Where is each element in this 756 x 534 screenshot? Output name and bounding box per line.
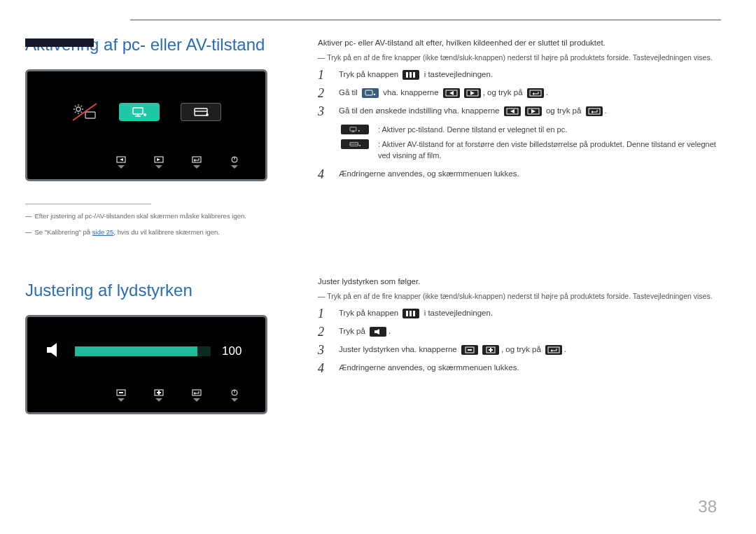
left-arrow-icon	[443, 88, 460, 98]
osd-right-icon	[153, 155, 164, 169]
svg-rect-61	[410, 311, 412, 316]
s1-intro2: ― Tryk på en af de fire knapper (ikke tæ…	[318, 52, 721, 63]
svg-rect-25	[365, 90, 372, 95]
s1-step1: Tryk på knappen i tastevejledningen.	[339, 69, 493, 80]
step-number: 2	[318, 87, 329, 99]
osd-plus-icon	[153, 388, 164, 402]
svg-rect-37	[589, 108, 600, 114]
svg-marker-70	[551, 349, 553, 352]
header-accent-bar	[25, 38, 94, 47]
av-mode-icon	[341, 139, 369, 149]
enter-icon	[545, 345, 562, 355]
svg-marker-59	[231, 398, 238, 402]
right-arrow-icon	[525, 106, 542, 116]
svg-rect-16	[192, 157, 201, 162]
footnote-2: ― Se "Kalibrering" på side 25, hvis du v…	[25, 227, 267, 237]
minus-icon	[461, 345, 478, 355]
svg-point-42	[358, 130, 360, 132]
left-arrow-icon	[504, 106, 521, 116]
svg-marker-46	[47, 343, 57, 357]
svg-rect-1	[85, 112, 95, 118]
svg-marker-15	[155, 165, 162, 169]
enter-icon	[586, 106, 603, 116]
svg-rect-39	[350, 127, 356, 131]
svg-point-6	[144, 113, 146, 115]
right-arrow-icon	[464, 88, 481, 98]
av-mode-pill-icon	[181, 103, 221, 121]
svg-marker-17	[194, 159, 196, 162]
svg-rect-31	[530, 90, 541, 96]
svg-rect-54	[192, 390, 201, 395]
svg-marker-32	[532, 92, 534, 95]
osd-enter-icon	[191, 388, 202, 402]
svg-rect-24	[413, 72, 415, 78]
svg-rect-7	[195, 108, 207, 115]
step-number: 1	[318, 69, 329, 81]
svg-marker-49	[118, 398, 125, 402]
speaker-icon	[46, 342, 64, 361]
step-number: 3	[318, 344, 329, 356]
svg-point-9	[206, 113, 208, 115]
footnote-1: ―Efter justering af pc-/AV-tilstanden sk…	[25, 211, 267, 220]
menu-icon	[402, 70, 419, 80]
svg-marker-21	[231, 165, 238, 169]
page-number: 38	[698, 495, 717, 519]
pc-mode-icon	[341, 125, 369, 134]
osd-minus-icon	[115, 388, 127, 402]
plus-icon	[482, 345, 499, 355]
step-number: 3	[318, 105, 329, 118]
osd-left-icon	[115, 155, 127, 169]
pc-mode-pill-icon	[119, 103, 160, 121]
section2-title: Justering af lydstyrken	[25, 279, 267, 302]
volume-icon	[370, 327, 386, 337]
s2-step2: Tryk på .	[339, 325, 391, 337]
s2-intro2: ― Tryk på en af de fire knapper (ikke tæ…	[318, 291, 721, 302]
svg-marker-53	[155, 398, 162, 402]
calibration-link[interactable]: side 25	[92, 228, 114, 236]
svg-marker-63	[374, 329, 379, 335]
s1-intro1: Aktiver pc- eller AV-tilstand alt efter,…	[318, 37, 721, 48]
osd-power-icon	[229, 388, 240, 402]
svg-point-45	[359, 145, 360, 146]
brightness-disabled-icon	[71, 102, 98, 122]
s2-step1: Tryk på knappen i tastevejledningen.	[339, 307, 493, 318]
header-divider	[130, 20, 721, 20]
step-number: 2	[318, 325, 329, 338]
svg-rect-22	[406, 72, 408, 78]
source-target-icon	[362, 88, 379, 98]
svg-marker-56	[193, 398, 200, 402]
enter-icon	[527, 88, 544, 98]
step-number: 1	[318, 307, 329, 320]
volume-screen-preview: 100	[25, 315, 267, 414]
s2-step4: Ændringerne anvendes, og skærmmenuen luk…	[339, 362, 519, 373]
svg-marker-30	[470, 91, 475, 95]
menu-icon	[402, 309, 419, 318]
volume-value: 100	[222, 343, 250, 360]
step-number: 4	[318, 168, 329, 181]
svg-marker-38	[591, 111, 593, 113]
svg-marker-12	[118, 165, 125, 169]
volume-fill	[75, 346, 197, 356]
section-volume: Justering af lydstyrken 100	[25, 244, 721, 414]
volume-track	[75, 346, 211, 356]
svg-marker-36	[531, 109, 536, 113]
svg-point-26	[374, 93, 376, 95]
svg-marker-28	[449, 91, 454, 95]
svg-marker-34	[510, 109, 514, 113]
svg-rect-60	[406, 311, 408, 316]
osd-power-icon	[229, 155, 240, 169]
svg-rect-23	[410, 72, 412, 78]
mode-screen-preview	[25, 69, 267, 181]
s1-step2: Gå til vha. knapperne , og tryk på .	[339, 87, 548, 98]
s1-step4: Ændringerne anvendes, og skærmmenuen luk…	[339, 168, 519, 179]
osd-enter-icon	[191, 155, 202, 169]
svg-rect-3	[133, 108, 143, 114]
mode-explanations: : Aktiver pc-tilstand. Denne tilstand er…	[339, 125, 721, 161]
svg-marker-11	[120, 158, 123, 161]
svg-rect-69	[548, 347, 559, 353]
s2-intro1: Juster lydstyrken som følger.	[318, 276, 721, 287]
s1-step3: Gå til den ønskede indstilling vha. knap…	[339, 105, 607, 116]
svg-marker-18	[193, 165, 200, 169]
svg-marker-55	[194, 392, 196, 395]
svg-marker-14	[157, 158, 160, 161]
